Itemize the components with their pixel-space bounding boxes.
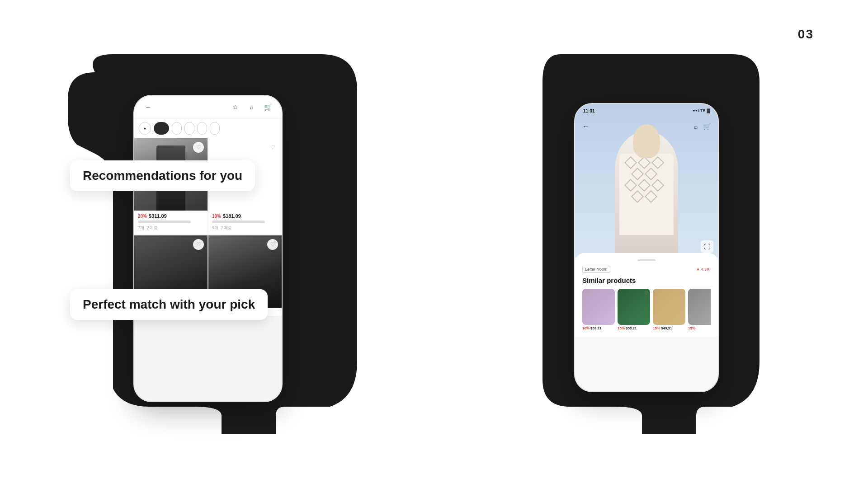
back-icon[interactable]: ← — [582, 122, 590, 131]
price-row: 15% $49.31 — [653, 326, 685, 330]
favorite-icon[interactable]: ☆ — [230, 102, 240, 112]
product-info: 10% $181.09 9개 구매중 — [208, 211, 282, 235]
lte-label: LTE — [698, 108, 706, 113]
discount-percentage: 10% — [212, 214, 221, 219]
product-price: $311.09 — [149, 213, 167, 219]
wishlist-button[interactable]: ♡ — [644, 291, 648, 296]
right-phone-mockup: ⛶ 11:31 ▪▪▪ LTE ▓ ← ⌕ 🛒 Letter Room ★ 4.… — [574, 103, 719, 392]
product-price: $53.21 — [590, 326, 601, 330]
search-icon[interactable]: ⌕ — [246, 102, 256, 112]
cart-icon[interactable]: 🛒 — [263, 102, 273, 112]
buyer-count: 7개 구매중 — [138, 225, 204, 231]
product-detail-panel: Letter Room ★ 4.3만 Similar products ♡ 10… — [575, 253, 718, 337]
filter-pill-2[interactable] — [172, 122, 182, 135]
status-time: 11:31 — [583, 108, 595, 113]
product-name-placeholder — [138, 221, 191, 223]
similar-product-image-4 — [688, 289, 711, 325]
right-phone-nav: ← ⌕ 🛒 — [575, 117, 718, 136]
filter-bar: ▾ — [134, 118, 282, 138]
wishlist-button[interactable]: ♡ — [679, 291, 684, 296]
page-number: 03 — [798, 27, 814, 42]
similar-product-1[interactable]: ♡ 10% $53.21 — [582, 289, 615, 330]
discount-percentage: 10% — [582, 326, 590, 330]
discount-percentage: 20% — [138, 214, 147, 219]
similar-product-2[interactable]: ♡ 15% $53.21 — [618, 289, 650, 330]
callout-perfect-match: Perfect match with your pick — [70, 289, 268, 320]
callout-recommendations-text: Recommendations for you — [83, 169, 242, 183]
sweater-pattern — [619, 154, 674, 235]
wishlist-button[interactable]: ♡ — [267, 142, 278, 153]
diamond-4 — [631, 168, 644, 180]
callout-perfect-match-text: Perfect match with your pick — [83, 297, 255, 312]
wishlist-button[interactable]: ♡ — [193, 239, 204, 250]
left-phone-mockup: ← ☆ ⌕ 🛒 ▾ ♡ 20% $311.09 7개 구매중 — [133, 95, 283, 402]
diamond-7 — [638, 179, 651, 192]
diamond-5 — [645, 168, 657, 180]
similar-product-4[interactable]: ♡ 15% — [688, 289, 711, 330]
diamond-6 — [624, 179, 637, 192]
diamond-2 — [638, 156, 651, 169]
diamond-1 — [624, 156, 637, 169]
buyer-count: 9개 구매중 — [212, 225, 278, 231]
brand-logo: Letter Room — [582, 266, 610, 273]
price-row: 20% $311.09 — [138, 213, 204, 219]
rating-star: ★ — [696, 267, 700, 272]
product-price: $181.09 — [223, 213, 241, 219]
left-phone-nav-bar: ← ☆ ⌕ 🛒 — [134, 96, 282, 118]
product-info: 20% $311.09 7개 구매중 — [134, 211, 208, 235]
price-row: 15% — [688, 326, 711, 330]
drag-handle — [637, 259, 656, 261]
signal-icon: ▪▪▪ — [693, 108, 697, 113]
wishlist-button[interactable]: ♡ — [267, 239, 278, 250]
similar-products-scroll[interactable]: ♡ 10% $53.21 ♡ 15% $53.21 ♡ 15% — [582, 289, 711, 330]
wishlist-button[interactable]: ♡ — [609, 291, 613, 296]
wishlist-button[interactable]: ♡ — [193, 142, 204, 153]
discount-percentage: 15% — [618, 326, 625, 330]
nav-icons: ☆ ⌕ 🛒 — [230, 102, 273, 112]
brand-row: Letter Room ★ 4.3만 — [582, 266, 711, 273]
price-row: 10% $53.21 — [582, 326, 615, 330]
diamond-10 — [645, 190, 657, 203]
product-price: $53.21 — [626, 326, 637, 330]
diamond-3 — [651, 156, 664, 169]
product-name-placeholder — [212, 221, 265, 223]
discount-percentage: 15% — [688, 326, 695, 330]
search-icon[interactable]: ⌕ — [694, 123, 698, 130]
price-row: 10% $181.09 — [212, 213, 278, 219]
diamond-9 — [631, 190, 644, 203]
similar-product-3[interactable]: ♡ 15% $49.31 — [653, 289, 685, 330]
back-icon[interactable]: ← — [143, 102, 153, 112]
filter-active[interactable] — [154, 122, 169, 135]
filter-dropdown[interactable]: ▾ — [139, 122, 151, 135]
discount-percentage: 15% — [653, 326, 660, 330]
status-icons: ▪▪▪ LTE ▓ — [693, 108, 710, 113]
battery-icon: ▓ — [707, 108, 710, 113]
cart-icon[interactable]: 🛒 — [703, 123, 711, 130]
status-bar: 11:31 ▪▪▪ LTE ▓ — [575, 104, 718, 117]
filter-pill-4[interactable] — [197, 122, 207, 135]
product-price: $49.31 — [661, 326, 672, 330]
filter-pill-3[interactable] — [184, 122, 194, 135]
similar-products-title: Similar products — [582, 277, 711, 284]
diamond-8 — [651, 179, 664, 192]
rating-count: 4.3만 — [701, 267, 711, 272]
callout-recommendations: Recommendations for you — [70, 160, 255, 191]
price-row: 15% $53.21 — [618, 326, 650, 330]
filter-pill-5[interactable] — [210, 122, 220, 135]
expand-button[interactable]: ⛶ — [701, 240, 713, 253]
